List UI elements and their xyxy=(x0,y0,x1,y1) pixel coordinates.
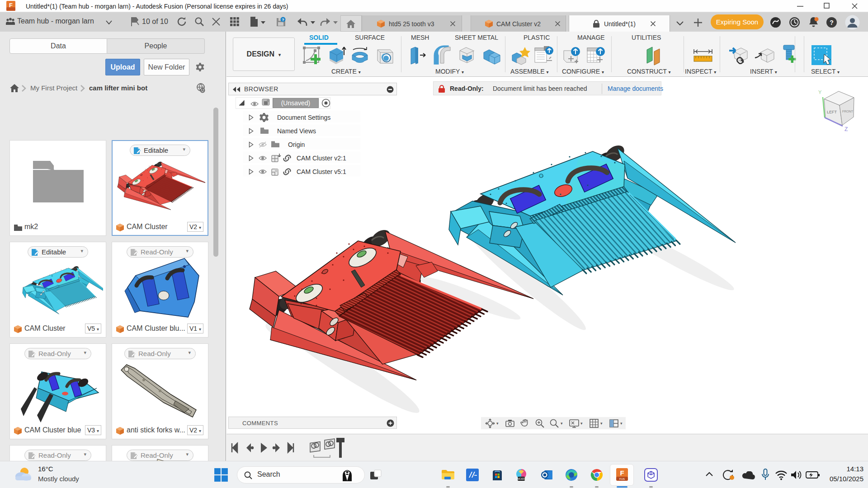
svg-text:F: F xyxy=(620,469,624,477)
svg-text:?: ? xyxy=(830,19,834,26)
svg-text:FRONT: FRONT xyxy=(842,110,854,113)
svg-text:F: F xyxy=(9,2,13,9)
svg-text:Y: Y xyxy=(818,89,822,95)
svg-text:LEFT: LEFT xyxy=(827,110,837,114)
svg-text:Z: Z xyxy=(844,126,848,132)
svg-text:M365: M365 xyxy=(518,477,525,480)
svg-text:?: ? xyxy=(282,18,284,22)
svg-text:FUS: FUS xyxy=(619,478,625,480)
